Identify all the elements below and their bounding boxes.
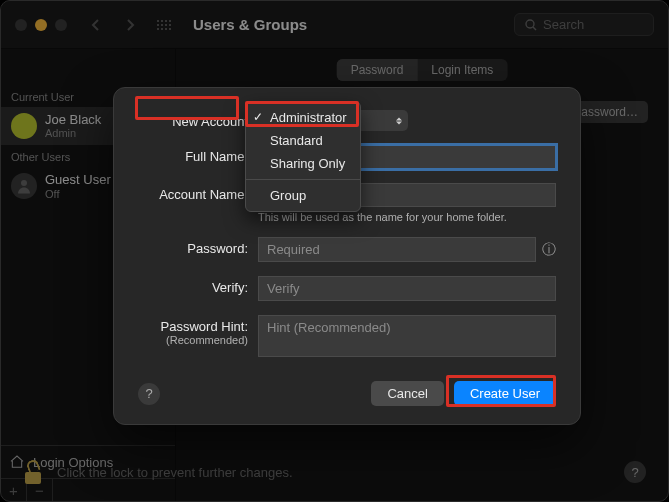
new-account-label: New Account [138,110,258,129]
verify-field[interactable]: Verify [258,276,556,301]
account-name-note: This will be used as the name for your h… [258,211,556,223]
hint-label: Password Hint: (Recommended) [138,315,258,346]
dd-item-administrator[interactable]: ✓ Administrator [246,106,360,129]
check-icon: ✓ [253,110,263,124]
password-field[interactable]: Required [258,237,536,262]
search-field[interactable]: Search [514,13,654,36]
hint-field[interactable]: Hint (Recommended) [258,315,556,357]
svg-line-1 [533,27,536,30]
account-type-dropdown: ✓ Administrator Standard Sharing Only Gr… [245,101,361,212]
updown-chevron-icon [396,114,402,127]
dd-divider [246,179,360,180]
forward-button[interactable] [119,14,141,36]
dd-item-group[interactable]: Group [246,184,360,207]
password-assistant-icon[interactable]: ⓘ [542,241,556,259]
segmented-control[interactable]: Password Login Items [337,59,508,81]
password-label: Password: [138,237,258,256]
search-placeholder: Search [543,17,584,32]
dd-item-standard[interactable]: Standard [246,129,360,152]
account-name-label: Account Name: [138,183,258,202]
close-window-button[interactable] [15,19,27,31]
preferences-window: Users & Groups Search Current User Joe B… [0,0,669,502]
lock-text: Click the lock to prevent further change… [57,465,293,480]
avatar [11,173,37,199]
zoom-window-button[interactable] [55,19,67,31]
minimize-window-button[interactable] [35,19,47,31]
lock-icon[interactable] [23,460,43,484]
show-all-icon[interactable] [157,20,171,30]
titlebar: Users & Groups Search [1,1,668,49]
dd-item-sharing-only[interactable]: Sharing Only [246,152,360,175]
user-role: Off [45,188,111,200]
user-name: Guest User [45,173,111,187]
verify-label: Verify: [138,276,258,295]
svg-point-0 [526,20,534,28]
tab-login-items[interactable]: Login Items [417,59,507,81]
create-user-button[interactable]: Create User [454,381,556,406]
full-name-label: Full Name: [138,145,258,164]
person-icon [15,177,33,195]
user-name: Joe Black [45,113,101,127]
user-role: Admin [45,127,101,139]
search-icon [525,19,537,31]
window-controls [15,19,67,31]
sheet-help-button[interactable]: ? [138,383,160,405]
lock-bar: Click the lock to prevent further change… [1,443,668,501]
svg-point-2 [21,180,27,186]
help-button[interactable]: ? [624,461,646,483]
back-button[interactable] [85,14,107,36]
cancel-button[interactable]: Cancel [371,381,443,406]
tab-password[interactable]: Password [337,59,418,81]
avatar [11,113,37,139]
window-title: Users & Groups [193,16,307,33]
